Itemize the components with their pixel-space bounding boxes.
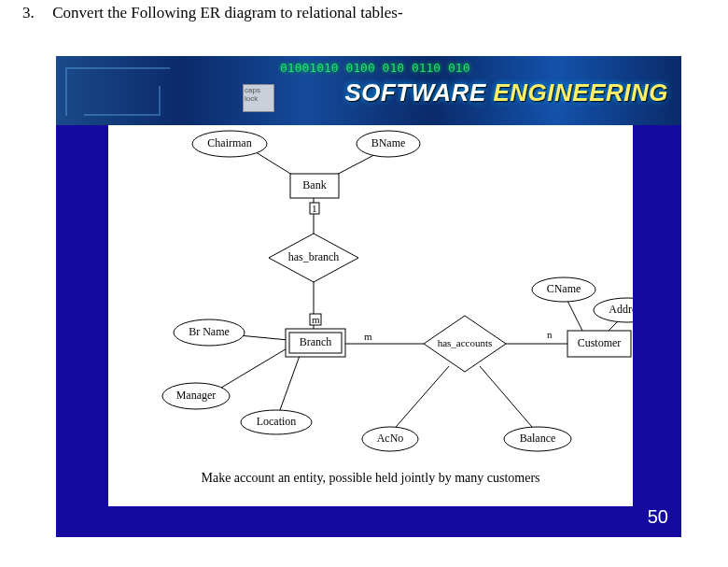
attr-cname: CName xyxy=(547,282,581,295)
attr-acno: AcNo xyxy=(377,432,404,445)
question-prompt: 3. Convert the Following ER diagram to r… xyxy=(22,4,403,22)
er-diagram: Chairman BName Br Name Manager Location … xyxy=(108,125,633,506)
page-number: 50 xyxy=(648,506,668,528)
slide-frame: caps lock 01001010 0100 010 0110 010 SOF… xyxy=(56,56,681,537)
attr-location: Location xyxy=(257,415,297,428)
diagram-canvas: Chairman BName Br Name Manager Location … xyxy=(108,125,633,506)
slide-banner: caps lock 01001010 0100 010 0110 010 SOF… xyxy=(56,56,681,125)
card-n: n xyxy=(547,329,553,340)
diagram-caption: Make account an entity, possible held jo… xyxy=(108,471,633,486)
attr-brname: Br Name xyxy=(189,325,230,338)
card-m1: m xyxy=(312,314,320,325)
question-text: Convert the Following ER diagram to rela… xyxy=(52,4,402,21)
attr-manager: Manager xyxy=(176,389,217,402)
card-one: 1 xyxy=(312,203,317,214)
rel-has-accounts: has_accounts xyxy=(438,337,493,348)
svg-line-9 xyxy=(390,366,449,433)
entity-customer: Customer xyxy=(578,336,622,349)
binary-decor: 01001010 0100 010 0110 010 xyxy=(280,62,470,74)
attr-chairman: Chairman xyxy=(207,136,251,149)
entity-bank: Bank xyxy=(302,178,326,191)
rel-has-branch: has_branch xyxy=(288,250,340,263)
attr-bname: BName xyxy=(371,136,406,149)
banner-title: SOFTWARE ENGINEERING xyxy=(344,78,668,107)
attr-balance: Balance xyxy=(520,432,556,445)
attr-address: Address xyxy=(609,303,633,316)
svg-line-10 xyxy=(480,366,538,433)
caps-lock-key: caps lock xyxy=(243,84,274,112)
question-number: 3. xyxy=(22,4,49,22)
banner-title-pre: SOFTWARE xyxy=(344,78,493,106)
entity-branch: Branch xyxy=(300,335,332,348)
card-m2: m xyxy=(364,331,372,342)
banner-title-post: ENGINEERING xyxy=(493,78,668,106)
